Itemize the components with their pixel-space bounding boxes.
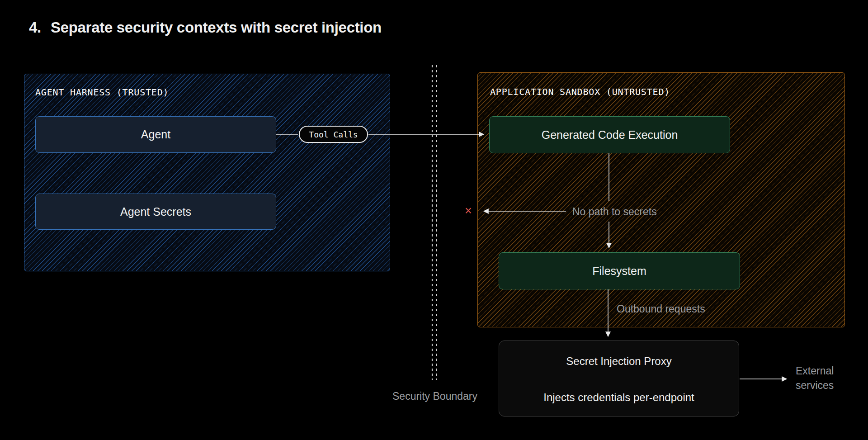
outbound-requests-label: Outbound requests (617, 303, 705, 315)
agent-secrets-node: Agent Secrets (35, 194, 276, 230)
tool-calls-pill: Tool Calls (299, 126, 368, 143)
agent-harness-panel: AGENT HARNESS (TRUSTED) Agent Agent Secr… (24, 74, 390, 271)
page-title-number: 4. (29, 19, 41, 36)
application-sandbox-header: APPLICATION SANDBOX (UNTRUSTED) (490, 86, 670, 97)
proxy-subtitle: Injects credentials per-endpoint (543, 391, 694, 404)
filesystem-node-label: Filesystem (592, 265, 646, 278)
agent-node: Agent (35, 116, 276, 153)
application-sandbox-panel: APPLICATION SANDBOX (UNTRUSTED) Generate… (477, 72, 845, 327)
page-title-text: Separate security contexts with secret i… (51, 19, 382, 36)
agent-harness-header: AGENT HARNESS (TRUSTED) (35, 87, 169, 98)
tool-calls-label: Tool Calls (309, 130, 358, 139)
external-services-label: External services (796, 364, 834, 393)
agent-secrets-node-label: Agent Secrets (120, 205, 191, 218)
generated-code-execution-label: Generated Code Execution (542, 128, 678, 142)
security-boundary-label: Security Boundary (392, 390, 477, 402)
page-title: 4. Separate security contexts with secre… (29, 19, 382, 36)
diagram-canvas: 4. Separate security contexts with secre… (0, 0, 868, 440)
secret-injection-proxy-node: Secret Injection Proxy Injects credentia… (499, 341, 739, 416)
external-services-line1: External (796, 364, 834, 378)
no-path-to-secrets-label: No path to secrets (572, 206, 657, 218)
agent-node-label: Agent (141, 128, 170, 141)
filesystem-node: Filesystem (499, 252, 740, 289)
external-services-line2: services (796, 378, 834, 393)
generated-code-execution-node: Generated Code Execution (489, 116, 730, 153)
proxy-title: Secret Injection Proxy (566, 355, 671, 368)
blocked-x-icon: × (465, 204, 472, 218)
